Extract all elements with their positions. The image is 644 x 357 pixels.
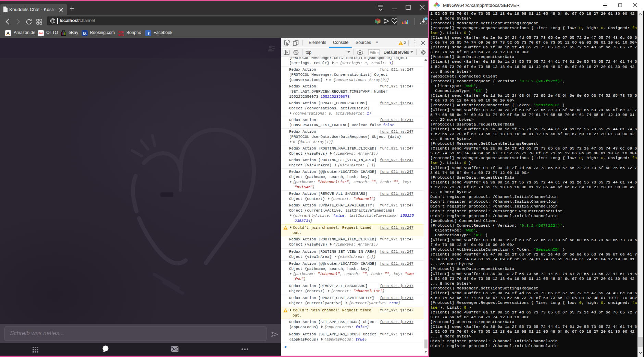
svg-text:f: f [148, 31, 150, 36]
svg-text:B: B [83, 31, 86, 35]
svg-text:OTTO: OTTO [38, 32, 44, 34]
svg-text:prix: prix [119, 33, 124, 36]
svg-text:a: a [7, 31, 9, 35]
